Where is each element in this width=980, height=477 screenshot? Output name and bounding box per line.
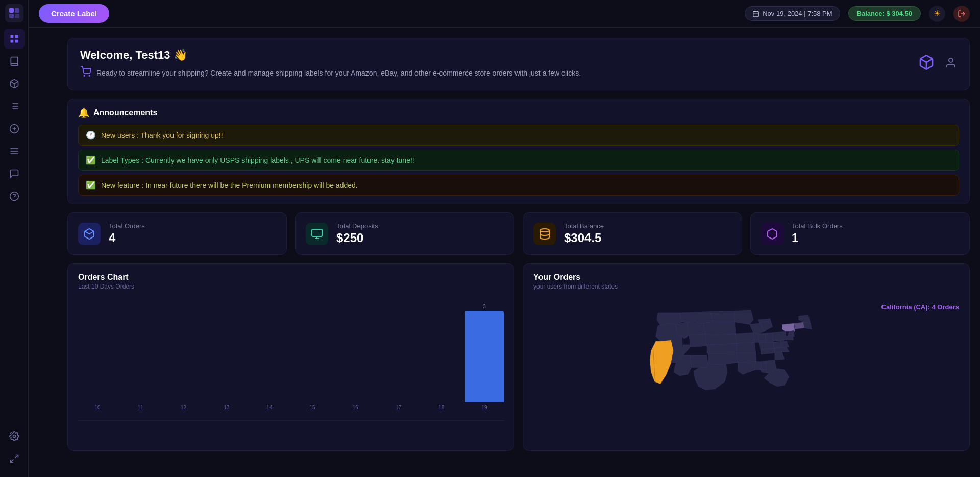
welcome-title: Welcome, Test13 👋 (80, 49, 581, 62)
your-orders-card: Your Orders your users from different st… (523, 263, 970, 451)
topbar-balance[interactable]: Balance: $ 304.50 (848, 6, 921, 21)
stats-row: Total Orders 4 Total Deposits $250 (67, 212, 970, 255)
sidebar-item-expand[interactable] (4, 448, 24, 469)
bar-value-label: 3 (483, 304, 486, 309)
bar-x-label: 16 (353, 404, 358, 410)
clock-icon: 🕐 (86, 130, 96, 140)
announcement-text-3: New feature : In near future there will … (101, 181, 358, 189)
announcement-text-2: Label Types : Currently we have only USP… (101, 156, 414, 164)
box-icon (918, 54, 935, 74)
stat-value-deposits: $250 (336, 231, 378, 245)
bar-x-label: 10 (95, 404, 101, 410)
user-profile-icon[interactable] (945, 57, 957, 72)
bar-column: 15 (293, 298, 332, 410)
theme-toggle-button[interactable]: ☀ (929, 6, 945, 22)
svg-rect-26 (753, 11, 759, 16)
stat-info-deposits: Total Deposits $250 (336, 222, 378, 245)
stat-label-bulk: Total Bulk Orders (792, 222, 843, 230)
logout-button[interactable] (953, 6, 970, 22)
stat-card-deposits: Total Deposits $250 (295, 212, 514, 255)
bar-column: 11 (121, 298, 160, 410)
stat-card-balance: Total Balance $304.5 (523, 212, 742, 255)
svg-rect-0 (9, 8, 14, 13)
us-map-area: California (CA): 4 Orders (533, 298, 959, 441)
bar-x-label: 17 (396, 404, 401, 410)
bar-x-label: 13 (224, 404, 229, 410)
svg-point-38 (540, 229, 549, 232)
welcome-card: Welcome, Test13 👋 Ready to streamline yo… (67, 38, 970, 90)
datetime-text: Nov 19, 2024 | 7:58 PM (763, 10, 832, 17)
bar-chart-area: 101112131415161718319 (78, 298, 504, 421)
svg-rect-6 (10, 40, 13, 43)
bar-column: 12 (164, 298, 203, 410)
us-map-svg (533, 298, 959, 441)
svg-rect-5 (15, 35, 18, 38)
bar-x-label: 14 (266, 404, 272, 410)
bar-column: 18 (422, 298, 461, 410)
stat-value-balance: $304.5 (564, 231, 604, 245)
stat-icon-deposits (306, 223, 328, 245)
bottom-row: Orders Chart Last 10 Days Orders 1011121… (67, 263, 970, 451)
bell-icon: 🔔 (78, 107, 89, 118)
stat-label-balance: Total Balance (564, 222, 604, 230)
sidebar-item-billing[interactable] (4, 118, 24, 139)
bar-column: 319 (465, 298, 504, 410)
sidebar-item-reports[interactable] (4, 141, 24, 161)
sidebar-item-settings[interactable] (4, 426, 24, 446)
stat-value-orders: 4 (109, 231, 145, 245)
announcement-item-2: ✅ Label Types : Currently we have only U… (78, 150, 959, 171)
stat-info-balance: Total Balance $304.5 (564, 222, 604, 245)
bar-column: 16 (336, 298, 375, 410)
sidebar-item-help[interactable] (4, 186, 24, 206)
svg-rect-7 (15, 40, 18, 43)
calendar-icon (752, 10, 760, 17)
announcement-text-1: New users : Thank you for signing up!! (101, 131, 223, 139)
bar-x-label: 12 (181, 404, 186, 410)
bar-column: 17 (379, 298, 418, 410)
bar-column: 14 (250, 298, 289, 410)
sidebar (0, 0, 29, 477)
announcements-card: 🔔 Announcements 🕐 New users : Thank you … (67, 99, 970, 204)
chart-subtitle: Last 10 Days Orders (78, 283, 504, 290)
create-label-button[interactable]: Create Label (39, 4, 109, 23)
svg-rect-35 (312, 229, 322, 236)
announcement-item-3: ✅ New feature : In near future there wil… (78, 175, 959, 196)
topbar-datetime: Nov 19, 2024 | 7:58 PM (745, 6, 840, 21)
sidebar-item-dashboard[interactable] (4, 29, 24, 49)
bar-x-label: 19 (481, 404, 487, 410)
sidebar-item-messages[interactable] (4, 163, 24, 184)
svg-point-31 (84, 75, 85, 76)
sidebar-item-box[interactable] (4, 74, 24, 94)
sidebar-logo[interactable] (5, 4, 23, 22)
chart-title: Orders Chart (78, 273, 504, 282)
stat-label-orders: Total Orders (109, 222, 145, 230)
bar (465, 311, 504, 402)
stat-icon-balance (533, 223, 556, 245)
svg-line-24 (15, 455, 18, 458)
svg-point-23 (13, 435, 15, 438)
map-tooltip: California (CA): 4 Orders (881, 303, 959, 311)
stat-icon-bulk (761, 223, 783, 245)
cart-icon (80, 66, 91, 80)
welcome-left: Welcome, Test13 👋 Ready to streamline yo… (80, 49, 581, 80)
bar-x-label: 11 (138, 404, 143, 410)
stat-card-bulk: Total Bulk Orders 1 (750, 212, 970, 255)
main-content: Welcome, Test13 👋 Ready to streamline yo… (57, 28, 980, 477)
sidebar-item-book[interactable] (4, 51, 24, 71)
svg-rect-4 (10, 35, 13, 38)
map-subtitle: your users from different states (533, 283, 959, 290)
svg-line-25 (10, 460, 13, 463)
stat-value-bulk: 1 (792, 231, 843, 245)
topbar: Create Label Nov 19, 2024 | 7:58 PM Bala… (29, 0, 980, 28)
svg-rect-3 (15, 14, 19, 18)
stat-card-orders: Total Orders 4 (67, 212, 287, 255)
orders-chart-card: Orders Chart Last 10 Days Orders 1011121… (67, 263, 514, 451)
welcome-subtitle-text: Ready to streamline your shipping? Creat… (96, 69, 581, 77)
stat-info-orders: Total Orders 4 (109, 222, 145, 245)
welcome-subtitle: Ready to streamline your shipping? Creat… (80, 66, 581, 80)
map-title: Your Orders (533, 273, 959, 282)
announcements-title-text: Announcements (93, 108, 157, 117)
sidebar-item-tasks[interactable] (4, 96, 24, 116)
check-circle-icon-2: ✅ (86, 180, 96, 190)
stat-info-bulk: Total Bulk Orders 1 (792, 222, 843, 245)
